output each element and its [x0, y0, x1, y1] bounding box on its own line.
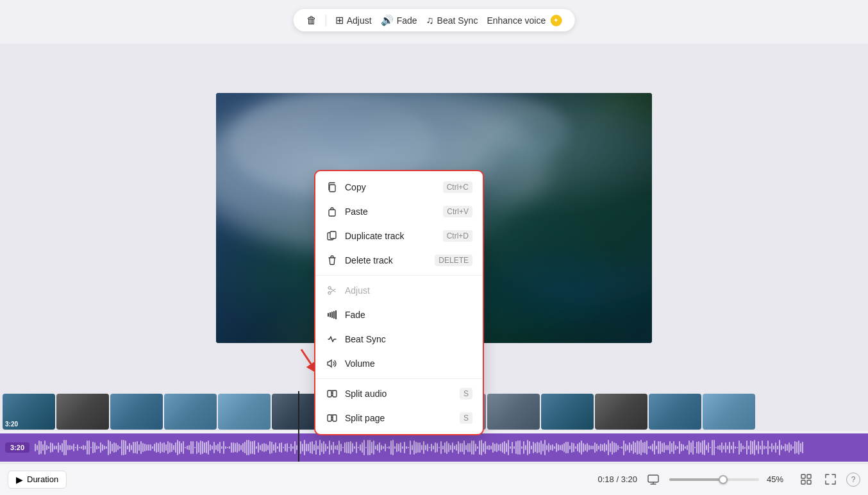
enhance-voice-button[interactable]: Enhance voice ✦	[487, 15, 562, 26]
wave-bar	[94, 442, 96, 452]
wave-bar	[381, 445, 382, 451]
menu-item-split-audio[interactable]: Split audio S	[315, 382, 483, 406]
wave-bar	[746, 440, 747, 454]
wave-bar	[396, 443, 397, 452]
menu-item-split-page[interactable]: Split page S	[315, 406, 483, 430]
thumb-2[interactable]	[56, 394, 109, 430]
wave-bar	[140, 441, 142, 453]
wave-bar	[527, 440, 528, 455]
thumb-13[interactable]	[649, 394, 701, 430]
thumb-1[interactable]: 3:20	[3, 394, 55, 430]
wave-bar	[696, 442, 697, 453]
adjust-button[interactable]: ⊞ Adjust	[335, 14, 372, 26]
wave-bar	[158, 443, 159, 451]
fade-button[interactable]: 🔊 Fade	[381, 14, 417, 26]
wave-bar	[271, 442, 272, 454]
bottom-bar: ▶ Duration 0:18 / 3:20 45% ?	[0, 463, 868, 495]
wave-bar	[213, 442, 215, 454]
wave-bar	[683, 444, 684, 450]
thumb-5[interactable]	[218, 394, 271, 430]
wave-bar	[615, 443, 617, 451]
wave-bar	[410, 440, 411, 455]
wave-bar	[202, 441, 203, 455]
wave-bar	[163, 442, 165, 453]
wave-bar	[625, 444, 626, 451]
svg-line-7	[301, 349, 314, 369]
audio-track[interactable]: 3:20	[0, 433, 868, 462]
wave-bar	[392, 440, 394, 455]
wave-bar	[208, 440, 209, 455]
wave-bar	[698, 441, 699, 455]
wave-bar	[90, 447, 92, 449]
menu-item-fade[interactable]: Fade	[315, 303, 483, 327]
wave-bar	[65, 440, 67, 455]
menu-item-beat-sync[interactable]: Beat Sync	[315, 327, 483, 351]
thumb-4[interactable]	[164, 394, 217, 430]
wave-bar	[425, 445, 426, 449]
wave-bar	[535, 443, 536, 453]
wave-bar	[781, 445, 782, 451]
menu-item-paste[interactable]: Paste Ctrl+V	[315, 199, 483, 224]
wave-bar	[438, 447, 440, 448]
audio-time-badge: 3:20	[5, 442, 29, 453]
paste-shortcut: Ctrl+V	[443, 206, 472, 217]
wave-bar	[173, 445, 174, 450]
wave-bar	[42, 444, 44, 451]
thumb-14[interactable]	[703, 394, 755, 430]
wave-bar	[198, 442, 199, 453]
wave-bar	[335, 446, 336, 449]
wave-bar	[206, 442, 207, 454]
thumb-10[interactable]	[487, 394, 540, 430]
wave-bar	[585, 444, 586, 451]
wave-bar	[375, 446, 376, 449]
svg-rect-25	[648, 475, 658, 482]
wave-bar	[83, 445, 84, 450]
wave-bar	[771, 443, 772, 452]
wave-bar	[294, 441, 296, 454]
wave-bar	[519, 440, 521, 454]
paste-icon	[326, 205, 338, 218]
wave-bar	[617, 445, 619, 450]
thumb-11[interactable]	[541, 394, 594, 430]
menu-item-duplicate[interactable]: Duplicate track Ctrl+D	[315, 224, 483, 248]
wave-bar	[567, 442, 569, 453]
wave-bar	[744, 447, 746, 449]
fade-menu-label: Fade	[345, 310, 472, 320]
wave-bar	[725, 442, 726, 453]
expand-button[interactable]	[822, 471, 839, 488]
wave-bar	[92, 442, 94, 453]
wave-bar	[604, 443, 605, 452]
time-separator: /	[616, 474, 621, 484]
wave-bar	[742, 446, 744, 449]
wave-bar	[435, 442, 436, 453]
menu-item-copy[interactable]: Copy Ctrl+C	[315, 175, 483, 199]
menu-item-volume[interactable]: Volume	[315, 351, 483, 376]
grid-view-button[interactable]	[797, 471, 814, 488]
monitor-view-button[interactable]	[645, 471, 662, 488]
svg-rect-14	[328, 313, 329, 317]
beat-sync-button[interactable]: ♫ Beat Sync	[426, 15, 478, 26]
duration-button[interactable]: ▶ Duration	[8, 471, 67, 489]
menu-item-delete[interactable]: Delete track DELETE	[315, 248, 483, 273]
toolbar-divider-1	[326, 15, 326, 26]
delete-button[interactable]: 🗑	[306, 15, 317, 26]
svg-rect-27	[807, 474, 811, 478]
help-button[interactable]: ?	[846, 473, 860, 487]
thumb-12[interactable]	[595, 394, 647, 430]
wave-bar	[131, 445, 132, 450]
wave-bar	[667, 445, 669, 450]
wave-bar	[423, 441, 424, 455]
wave-bar	[583, 443, 584, 452]
wave-bar	[210, 444, 211, 451]
svg-rect-16	[331, 312, 333, 318]
wave-bar	[760, 446, 761, 449]
thumb-3[interactable]	[110, 394, 163, 430]
wave-bar	[613, 442, 615, 453]
wave-bar	[450, 445, 451, 450]
wave-bar	[71, 446, 72, 449]
zoom-slider[interactable]	[669, 478, 759, 481]
split-audio-shortcut: S	[460, 388, 472, 399]
svg-rect-8	[330, 185, 335, 192]
wave-bar	[540, 440, 542, 455]
wave-bar	[188, 445, 190, 450]
